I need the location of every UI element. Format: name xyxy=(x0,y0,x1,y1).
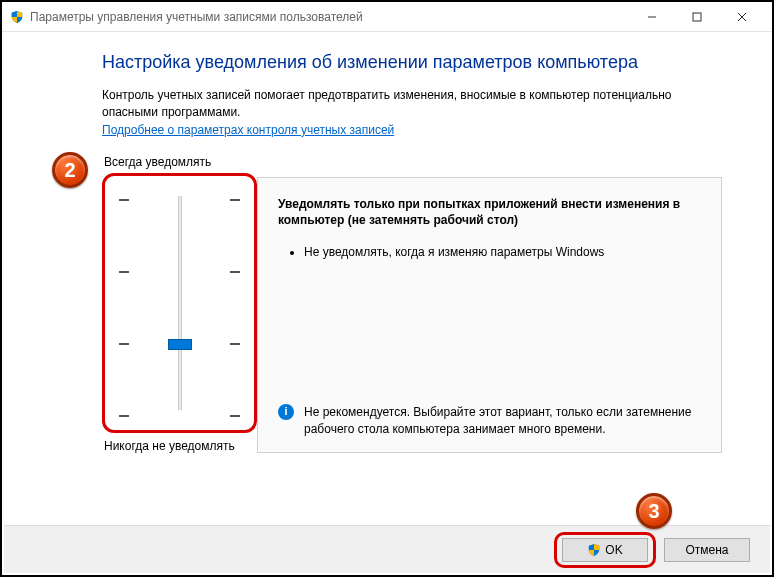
annotation-badge-2: 2 xyxy=(52,152,88,188)
minimize-button[interactable] xyxy=(629,3,674,31)
slider-tick xyxy=(119,199,129,201)
cancel-button[interactable]: Отмена xyxy=(664,538,750,562)
slider-top-label: Всегда уведомлять xyxy=(104,155,257,169)
ok-highlight: OK xyxy=(554,532,656,568)
uac-slider[interactable] xyxy=(102,173,257,433)
maximize-button[interactable] xyxy=(674,3,719,31)
intro-text: Контроль учетных записей помогает предот… xyxy=(102,87,722,121)
slider-tick xyxy=(119,271,129,273)
svg-rect-1 xyxy=(693,13,701,21)
window-title: Параметры управления учетными записями п… xyxy=(30,10,629,24)
slider-tick xyxy=(119,415,129,417)
slider-tick xyxy=(230,199,240,201)
description-title: Уведомлять только при попытках приложени… xyxy=(278,196,701,230)
slider-bottom-label: Никогда не уведомлять xyxy=(104,439,257,453)
titlebar: Параметры управления учетными записями п… xyxy=(2,2,772,32)
annotation-badge-3: 3 xyxy=(636,493,672,529)
slider-tick xyxy=(230,271,240,273)
close-button[interactable] xyxy=(719,3,764,31)
slider-track xyxy=(178,196,182,410)
description-panel: Уведомлять только при попытках приложени… xyxy=(257,177,722,453)
dialog-footer: OK Отмена xyxy=(4,525,770,573)
slider-tick xyxy=(230,415,240,417)
uac-shield-icon xyxy=(10,10,24,24)
learn-more-link[interactable]: Подробнее о параметрах контроля учетных … xyxy=(102,123,394,137)
page-heading: Настройка уведомления об изменении парам… xyxy=(102,52,722,73)
info-icon: i xyxy=(278,404,294,420)
cancel-button-label: Отмена xyxy=(685,543,728,557)
slider-thumb[interactable] xyxy=(168,339,192,350)
ok-button-label: OK xyxy=(605,543,622,557)
ok-button[interactable]: OK xyxy=(562,538,648,562)
uac-shield-icon xyxy=(587,543,601,557)
description-bullet: Не уведомлять, когда я изменяю параметры… xyxy=(304,243,701,261)
slider-tick xyxy=(119,343,129,345)
description-warning: Не рекомендуется. Выбирайте этот вариант… xyxy=(304,404,701,438)
slider-tick xyxy=(230,343,240,345)
